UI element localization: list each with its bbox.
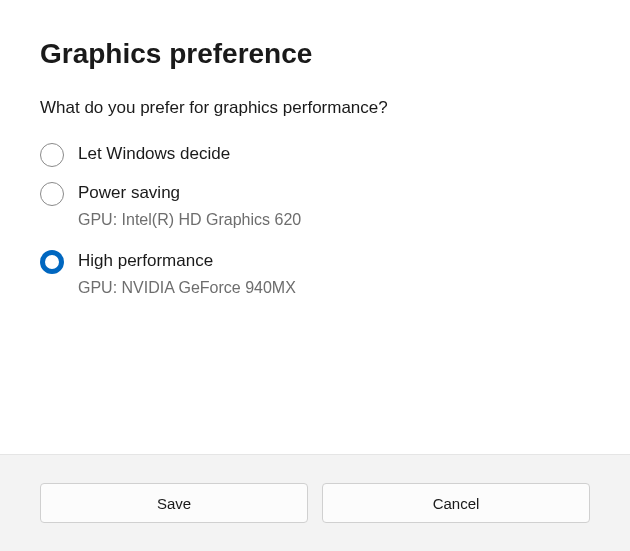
option-sublabel: GPU: Intel(R) HD Graphics 620 [78,211,301,229]
option-text: Power saving GPU: Intel(R) HD Graphics 6… [78,181,301,235]
radio-icon [40,143,64,167]
dialog-content: Graphics preference What do you prefer f… [0,0,630,454]
radio-icon [40,182,64,206]
dialog-footer: Save Cancel [0,454,630,551]
option-text: Let Windows decide [78,142,230,166]
option-power-saving[interactable]: Power saving GPU: Intel(R) HD Graphics 6… [40,181,590,235]
cancel-button[interactable]: Cancel [322,483,590,523]
radio-icon [40,250,64,274]
radio-group: Let Windows decide Power saving GPU: Int… [40,142,590,303]
option-label: Let Windows decide [78,142,230,166]
save-button[interactable]: Save [40,483,308,523]
dialog-question: What do you prefer for graphics performa… [40,98,590,118]
option-label: Power saving [78,181,301,205]
option-text: High performance GPU: NVIDIA GeForce 940… [78,249,296,303]
option-label: High performance [78,249,296,273]
dialog-title: Graphics preference [40,38,590,70]
option-high-performance[interactable]: High performance GPU: NVIDIA GeForce 940… [40,249,590,303]
option-sublabel: GPU: NVIDIA GeForce 940MX [78,279,296,297]
option-let-windows-decide[interactable]: Let Windows decide [40,142,590,167]
